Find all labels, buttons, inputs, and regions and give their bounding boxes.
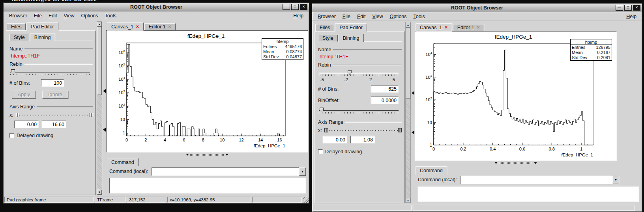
svg-text:1: 1 [580,147,582,151]
close-button[interactable]: ✕ [633,5,640,11]
command-output-area[interactable] [109,178,306,193]
minimize-button[interactable]: — [283,4,290,10]
panel-canvas-splitter[interactable] [411,22,415,203]
histogram-canvas[interactable]: 00.20.40.60.81110102103104fEdep_HPGe_1fE… [416,32,616,160]
tab-pad-editor[interactable]: Pad Editor [335,23,367,32]
menu-help[interactable]: Help [290,12,307,19]
panel-canvas-splitter[interactable] [102,21,106,195]
plot-title: fEdep_HPGe_1 [495,34,532,40]
splitter-collapse-icon[interactable] [103,128,106,132]
command-input[interactable] [460,176,612,184]
close-canvas-icon[interactable]: ✕ [444,26,447,30]
range-handle-left[interactable] [16,113,19,117]
canvas-command-splitter[interactable] [415,161,617,165]
menu-view[interactable]: View [369,13,386,20]
name-group-label: Name [9,46,22,52]
stats-box[interactable]: htempEntries4495176Mean0.08774Std Dev0.0… [262,38,303,60]
minimize-button[interactable]: — [616,5,623,11]
axis-range-group-label: Axis Range [318,119,343,125]
tab-editor-1[interactable]: Editor 1 ✕ [144,23,176,30]
tab-binning[interactable]: Binning [339,34,364,42]
range-min-input[interactable] [14,121,39,128]
menu-tools[interactable]: Tools [102,12,120,19]
apply-button[interactable]: Apply [12,91,36,99]
x-range-slider[interactable] [324,128,402,133]
range-handle-left[interactable] [324,128,328,132]
root-canvas[interactable]: 00.20.40.60.81110102103104fEdep_HPGe_1fE… [415,31,617,161]
menu-help[interactable]: Help [623,13,640,20]
close-button[interactable]: ✕ [300,4,307,10]
tab-command[interactable]: Command [107,158,139,166]
tab-editor-1[interactable]: Editor 1 ✕ [453,24,484,31]
close-editor-icon[interactable]: ✕ [168,25,171,29]
bins-input[interactable] [371,85,399,93]
range-max-input[interactable] [42,121,66,128]
rebin-slider[interactable] [10,69,90,76]
command-combobox[interactable]: ▼ [152,167,306,176]
scroll-up-icon[interactable]: ▲ [406,22,410,28]
splitter-collapse-icon[interactable] [412,91,414,95]
splitter-collapse-icon[interactable] [103,89,106,93]
menu-browser[interactable]: Browser [315,13,339,20]
root-canvas[interactable]: 0246810121416110102103104105106fEdep_HPG… [106,30,308,152]
stats-row: Entries126795 [571,45,612,50]
range-handle-right[interactable] [398,128,402,132]
scrollbar-thumb[interactable] [406,28,410,99]
menu-tools[interactable]: Tools [410,13,428,20]
menu-options[interactable]: Options [386,13,410,20]
resize-grip[interactable] [303,197,309,203]
svg-text:0: 0 [432,147,435,151]
tab-command[interactable]: Command [416,166,447,175]
scrollbar-thumb[interactable] [97,27,102,95]
command-combobox[interactable]: ▼ [460,176,619,184]
binoffset-slider[interactable] [319,107,399,115]
maximize-button[interactable]: □ [291,4,299,10]
splitter-collapse-icon[interactable] [412,130,414,134]
ignore-button[interactable]: Ignore [42,91,68,99]
menu-edit[interactable]: Edit [45,12,60,19]
menubar: Browser File Edit View Options Tools Hel… [4,11,309,20]
stats-title: htemp [262,39,303,44]
tab-files[interactable]: Files [7,23,26,30]
titlebar[interactable]: ROOT Object Browser — □ ✕ [4,3,309,11]
panel-scrollbar[interactable]: ▲ ▼ [97,21,102,195]
range-max-input[interactable] [350,136,375,143]
tab-canvas-1[interactable]: Canvas_1 ✕ [107,22,144,31]
scroll-up-icon[interactable]: ▲ [97,22,102,27]
tab-binning[interactable]: Binning [30,33,55,41]
delayed-drawing-checkbox[interactable] [9,133,14,138]
rebin-slider[interactable] [319,69,399,77]
menu-edit[interactable]: Edit [354,13,369,20]
menu-view[interactable]: View [61,12,78,19]
stats-box[interactable]: htempEntries126795Mean0.2167Std Dev0.208… [570,39,612,61]
histogram-canvas[interactable]: 0246810121416110102103104105106fEdep_HPG… [107,31,307,152]
delayed-drawing-checkbox[interactable] [318,149,323,154]
menu-browser[interactable]: Browser [6,12,30,19]
maximize-button[interactable]: □ [624,5,632,11]
menu-options[interactable]: Options [78,12,101,19]
tab-style[interactable]: Style [318,35,338,42]
tab-canvas-1[interactable]: Canvas_1 ✕ [416,23,452,32]
binoffset-input[interactable] [371,97,399,104]
range-min-input[interactable] [323,136,347,143]
titlebar[interactable]: ROOT Object Browser — □ ✕ [312,4,642,12]
menu-file[interactable]: File [31,12,45,19]
panel-scrollbar[interactable]: ▲ ▼ [405,22,411,203]
range-handle-right[interactable] [90,113,93,117]
splitter-down-icon [186,154,189,156]
tab-files[interactable]: Files [315,24,334,31]
scroll-down-icon[interactable]: ▼ [97,190,102,195]
close-canvas-icon[interactable]: ✕ [136,25,139,29]
x-range-slider[interactable] [16,112,93,118]
dropdown-arrow-icon[interactable]: ▼ [612,176,619,184]
command-input[interactable] [152,167,299,176]
tab-pad-editor[interactable]: Pad Editor [26,22,58,31]
bins-input[interactable] [41,79,64,87]
canvas-command-splitter[interactable] [106,152,308,157]
close-editor-icon[interactable]: ✕ [477,26,480,30]
dropdown-arrow-icon[interactable]: ▼ [299,167,306,176]
command-output-area[interactable] [418,186,639,202]
scroll-down-icon[interactable]: ▼ [406,198,410,203]
menu-file[interactable]: File [339,13,354,20]
tab-style[interactable]: Style [9,34,29,41]
